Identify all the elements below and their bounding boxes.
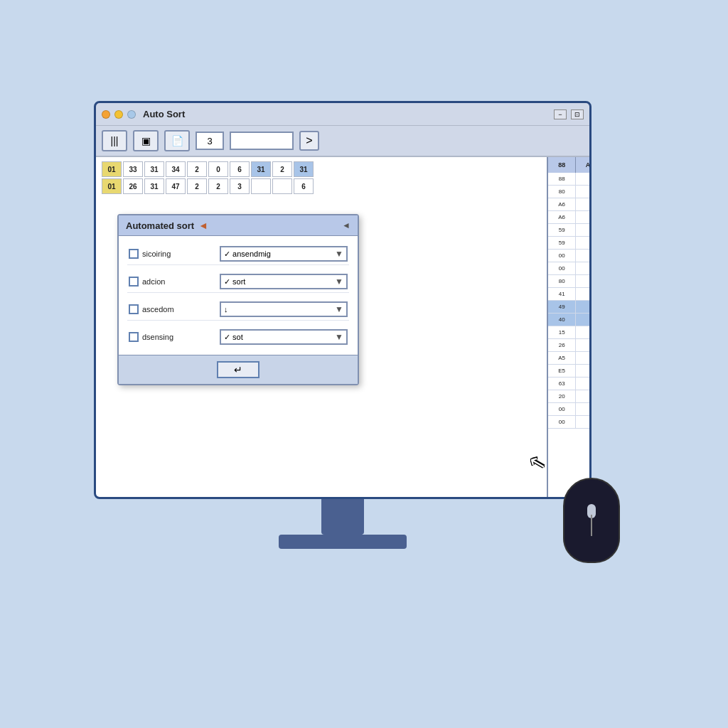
checkbox-area-2: adcion (129, 277, 214, 287)
main-area: 01 33 31 34 2 0 6 31 2 31 01 26 31 (96, 157, 589, 499)
bg-row: A681 (548, 198, 592, 211)
label-sicoiring: sicoiring (142, 250, 171, 258)
bg-row: 8015 (548, 275, 592, 288)
bg-row: 00 (548, 403, 592, 416)
bg-row: 1503 (548, 326, 592, 339)
ss-cell: 6 (230, 161, 250, 177)
ss-cell: 2 (187, 161, 207, 177)
sort-row-1: sicoiring ✓ ansendmig ▼ (127, 243, 349, 265)
dropdown-ansendmig[interactable]: ✓ ansendmig ▼ (220, 246, 348, 262)
checkbox-dsensing[interactable] (129, 332, 139, 342)
bg-row: 4111 (548, 288, 592, 301)
toolbar-arrow-button[interactable]: > (299, 131, 319, 151)
dropdown-label-4: ✓ sot (224, 333, 243, 342)
bg-row: 5983 (548, 224, 592, 237)
toolbar-btn-2[interactable]: ▣ (133, 130, 159, 151)
checkbox-adcion[interactable] (129, 277, 139, 287)
checkbox-area-1: sicoiring (129, 249, 214, 259)
traffic-light-green[interactable] (127, 110, 136, 119)
dropdown-label-2: ✓ sort (224, 277, 245, 287)
ss-cell: 2 (187, 178, 207, 194)
bg-row: 5945 (548, 237, 592, 250)
monitor-stand-neck (321, 499, 364, 535)
ss-cell: 26 (123, 178, 143, 194)
spreadsheet-row-1: 01 33 31 34 2 0 6 31 2 31 (102, 161, 584, 177)
page-number-input[interactable] (196, 132, 224, 150)
bg-row: 20 (548, 390, 592, 403)
minimize-button[interactable]: − (554, 109, 567, 119)
label-ascedom: ascedom (142, 305, 174, 314)
dropdown-label-3: ↓ (224, 305, 228, 314)
bg-row: A645 (548, 211, 592, 224)
ss-cell: 2 (272, 161, 292, 177)
ss-cell (251, 178, 271, 194)
window-title: Auto Sort (143, 109, 185, 119)
bg-row: A502 (548, 352, 592, 365)
monitor: Auto Sort − ⊡ ||| ▣ 📄 > 0 (94, 101, 592, 563)
dialog-arrow-icon: ◄ (198, 220, 208, 231)
mouse-divider (591, 515, 592, 536)
spreadsheet-area: 01 33 31 34 2 0 6 31 2 31 01 26 31 (96, 157, 589, 198)
ss-cell: 01 (102, 178, 122, 194)
bg-row: E5 (548, 365, 592, 378)
dropdown-arrow-3: ▼ (335, 304, 343, 314)
ok-button[interactable]: ↵ (217, 361, 259, 378)
bg-row: 2603 (548, 339, 592, 352)
ss-cell: 34 (166, 161, 186, 177)
ss-cell: 6 (294, 178, 314, 194)
cursor-arrow-icon: ↖ (526, 449, 548, 476)
monitor-screen: Auto Sort − ⊡ ||| ▣ 📄 > 0 (94, 101, 592, 499)
title-controls: − ⊡ (554, 109, 584, 119)
dropdown-sort[interactable]: ✓ sort ▼ (220, 274, 348, 289)
dropdown-arrow-1: ▼ (335, 249, 343, 259)
dropdown-arrow-4: ▼ (335, 332, 343, 342)
bg-row: 8885 (548, 173, 592, 186)
background-spreadsheet: 88 A5 DCT 8885 8083 A681 A645 5983 5945 … (547, 157, 592, 499)
traffic-light-yellow[interactable] (114, 110, 123, 119)
checkbox-area-4: dsensing (129, 332, 214, 342)
dropdown-sot[interactable]: ✓ sot ▼ (220, 329, 348, 345)
ss-cell: 0 (208, 161, 228, 177)
sort-row-2: adcion ✓ sort ▼ (127, 271, 349, 293)
traffic-light-red[interactable] (102, 110, 110, 119)
ss-cell: 3 (230, 178, 250, 194)
checkbox-area-3: ascedom (129, 304, 214, 314)
bg-row: 8083 (548, 186, 592, 198)
maximize-button[interactable]: ⊡ (571, 109, 584, 119)
ss-cell (272, 178, 292, 194)
bg-spreadsheet-header: 88 A5 DCT (548, 157, 592, 173)
checkbox-sicoiring[interactable] (129, 249, 139, 259)
bg-row-highlighted: 4041 (548, 314, 592, 326)
dropdown-ascedom[interactable]: ↓ ▼ (220, 301, 348, 317)
ss-cell: 01 (102, 161, 122, 177)
bg-col-head-2: A5 (576, 157, 592, 173)
dialog-footer: ↵ (119, 355, 358, 384)
dialog-title: Automated sort ◄ (126, 220, 208, 231)
ss-cell: 31 (251, 161, 271, 177)
ss-cell: 33 (123, 161, 143, 177)
label-adcion: adcion (142, 277, 165, 286)
bg-row: 63 (548, 378, 592, 390)
autosort-dialog: Automated sort ◄ ◄ sicoiring (117, 214, 359, 385)
mouse (563, 478, 627, 570)
ss-cell: 31 (144, 161, 164, 177)
dialog-body: sicoiring ✓ ansendmig ▼ adcion (119, 236, 358, 355)
bg-row: 0014 (548, 262, 592, 275)
dropdown-arrow-2: ▼ (335, 277, 343, 287)
mouse-body (563, 478, 620, 563)
dialog-header: Automated sort ◄ ◄ (119, 215, 358, 236)
dropdown-label-1: ✓ ansendmig (224, 250, 271, 259)
label-dsensing: dsensing (142, 333, 173, 341)
dialog-close-button[interactable]: ◄ (342, 220, 350, 230)
toolbar-wide-input[interactable] (230, 132, 294, 150)
monitor-base (279, 535, 407, 549)
toolbar-btn-1[interactable]: ||| (102, 130, 127, 151)
toolbar-btn-3[interactable]: 📄 (164, 130, 190, 151)
bg-row: 0043 (548, 250, 592, 262)
checkbox-ascedom[interactable] (129, 304, 139, 314)
bg-row-highlighted: 4943 (548, 301, 592, 314)
bg-row: 00 (548, 416, 592, 429)
title-bar: Auto Sort − ⊡ (96, 103, 589, 126)
ss-cell: 47 (166, 178, 186, 194)
sort-row-4: dsensing ✓ sot ▼ (127, 326, 349, 348)
